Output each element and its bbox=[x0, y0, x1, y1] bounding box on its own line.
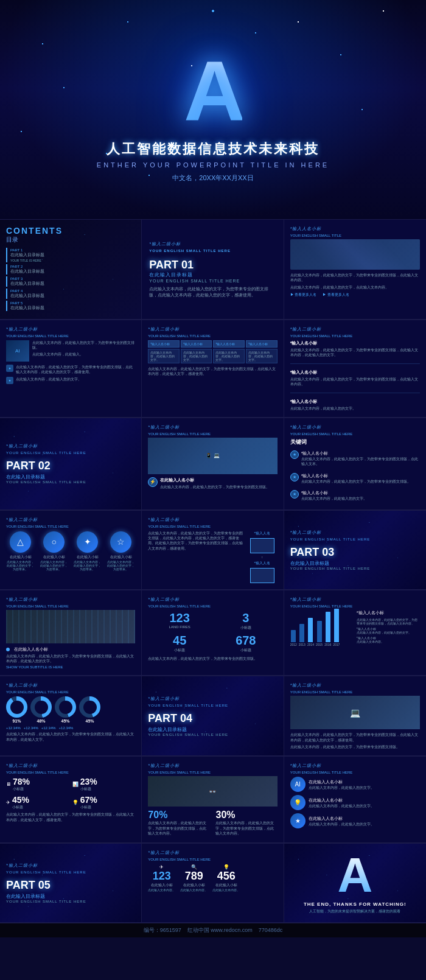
part01-cell: *输入二级小标 YOUR ENGLISH SMALL TITLE HERE PA… bbox=[142, 220, 284, 320]
info-cell-3: *输入二级小标 YOUR ENGLISH SMALL TITLE HERE *输… bbox=[284, 320, 426, 418]
contents-title: CONTENTS bbox=[6, 226, 135, 236]
part01-desc: 点此输入文本内容，此处输入您的文字，为您带来专业的图文排版，点此输入文本内容，此… bbox=[149, 286, 276, 298]
hero-title-cn: 人工智能数据信息技术未来科技 bbox=[106, 140, 320, 158]
slide-row-7: *输入二级小标 YOUR ENGLISH SMALL TITLE HERE 91… bbox=[0, 676, 426, 756]
end-cell: A THE END, THANKS FOR WATCHING! 人工智能，为您的… bbox=[284, 844, 426, 923]
diagram-tag: *输入二级小标 bbox=[148, 517, 277, 523]
slide-row-4: *输入二级小标 YOUR ENGLISH SMALL TITLE HERE PA… bbox=[0, 418, 426, 510]
contents-item-4: PART 4 在此输入目录标题 bbox=[6, 289, 135, 299]
progress-cell: *输入二级小标 YOUR ENGLISH SMALL TITLE HERE 91… bbox=[0, 676, 142, 756]
part03-cell: *输入二级小标 YOUR ENGLISH SMALL TITLE HERE PA… bbox=[284, 511, 426, 590]
part04-label: PART 04 bbox=[148, 712, 277, 725]
tech-photo-tag: *输入二级小标 bbox=[148, 424, 277, 430]
slide-row-5: *输入二级小标 YOUR ENGLISH SMALL TITLE HERE △ … bbox=[0, 510, 426, 590]
footer-site: 红动中国 www.redocn.com bbox=[187, 926, 253, 934]
icons-tag: *输入二级小标 bbox=[6, 517, 135, 523]
slide-row-6: *输入二级小标 YOUR ENGLISH SMALL TITLE HERE 在此… bbox=[0, 590, 426, 676]
info-cell-2: *输入二级小标 YOUR ENGLISH SMALL TITLE HERE *输… bbox=[142, 320, 284, 418]
tech-photo: 📱 💻 bbox=[148, 438, 277, 474]
contents-cn: 目录 bbox=[6, 236, 135, 244]
keywords-title: 关键词 bbox=[290, 438, 420, 446]
icons-cell: *输入二级小标 YOUR ENGLISH SMALL TITLE HERE △ … bbox=[0, 511, 142, 590]
hero-subtitle: 中文名，20XX年XX月XX日 bbox=[172, 173, 253, 183]
part01-label: PART 01 bbox=[149, 259, 276, 271]
diagram-cell: *输入二级小标 YOUR ENGLISH SMALL TITLE HERE 点此… bbox=[142, 511, 284, 590]
intro-photo-cell: *输入人名小标 YOUR ENGLISH SMALL TITLE 点此输入文本内… bbox=[284, 220, 426, 320]
part03-tag: *输入二级小标 bbox=[290, 530, 420, 536]
contents-item-1: PART 1 在此输入目录标题 YOUR TITLE IS HERE bbox=[6, 248, 135, 262]
part01-subtitle: 在此输入目录标题 bbox=[149, 271, 276, 278]
footer-bar: 编号：9651597 红动中国 www.redocn.com 770486dc bbox=[0, 923, 426, 937]
stat-3: 45 bbox=[148, 634, 211, 648]
contents-item-2: PART 2 在此输入目录标题 bbox=[6, 264, 135, 275]
pct-icons-cell: *输入二级小标 YOUR ENGLISH SMALL TITLE HERE 🖥 … bbox=[0, 757, 142, 842]
keywords-cell: *输入二级小标 YOUR ENGLISH SMALL TITLE HERE 关键… bbox=[284, 418, 426, 510]
part02-tag: *输入二级小标 bbox=[6, 443, 135, 449]
building-tag: *输入二级小标 bbox=[6, 597, 135, 603]
part02-label: PART 02 bbox=[6, 460, 135, 472]
blue-circles-cell: *输入二级小标 YOUR ENGLISH SMALL TITLE HERE AI… bbox=[284, 757, 426, 842]
laptop-photo: 💻 bbox=[290, 696, 420, 729]
slide-row-3: *输入二级小标 YOUR ENGLISH SMALL TITLE HERE AI… bbox=[0, 320, 426, 418]
intro-photo-tag: *输入人名小标 bbox=[290, 226, 420, 232]
part03-label: PART 03 bbox=[290, 546, 420, 559]
slide-hero: A 人工智能数据信息技术未来科技 ENTHER YOUR POWERPOINT … bbox=[0, 0, 426, 219]
contents-cell: CONTENTS 目录 PART 1 在此输入目录标题 YOUR TITLE I… bbox=[0, 220, 142, 320]
hero-letter-a: A bbox=[184, 49, 242, 134]
laptop-cell: *输入二级小标 YOUR ENGLISH SMALL TITLE HERE 💻 … bbox=[284, 676, 426, 756]
stats-tag: *输入二级小标 bbox=[148, 597, 277, 603]
info-tag-3: *输入二级小标 bbox=[290, 326, 420, 332]
intro-photo-text: 点此输入文本内容，此处输入您的文字，为您带来专业的图文排版，点此输入文本内容。 bbox=[290, 273, 420, 283]
donut-3 bbox=[55, 696, 76, 718]
footer-id: 770486dc bbox=[259, 927, 283, 933]
part05-label: PART 05 bbox=[6, 879, 135, 892]
info-tag-2: *输入二级小标 bbox=[148, 326, 277, 332]
end-desc: 人工智能，为您的未来提供智慧解决方案，感谢您的观看 bbox=[304, 909, 407, 914]
part05-cell: *输入二级小标 YOUR ENGLISH SMALL TITLE HERE PA… bbox=[0, 844, 142, 923]
pct-icons-tag: *输入二级小标 bbox=[6, 763, 135, 769]
chart-cell: *输入二级小标 YOUR ENGLISH SMALL TITLE HERE 20… bbox=[284, 590, 426, 676]
progress-tag: *输入二级小标 bbox=[6, 682, 135, 688]
pct-photo-tag: *输入二级小标 bbox=[148, 763, 277, 769]
info-tag-1: *输入二级小标 bbox=[6, 326, 135, 332]
bar-chart: 2012 2013 2014 2015 2016 bbox=[290, 613, 354, 646]
stat-4: 678 bbox=[214, 634, 278, 648]
footer-code: 编号：9651597 bbox=[144, 926, 181, 934]
slide-row-9: *输入二级小标 YOUR ENGLISH SMALL TITLE HERE PA… bbox=[0, 843, 426, 923]
pct-photo-cell: *输入二级小标 YOUR ENGLISH SMALL TITLE HERE 👓 … bbox=[142, 757, 284, 842]
stats-cell: *输入二级小标 YOUR ENGLISH SMALL TITLE HERE 12… bbox=[142, 590, 284, 676]
glasses-photo: 👓 bbox=[148, 776, 277, 807]
stat-1: 123 bbox=[148, 611, 211, 625]
stats-bottom-tag: *输入二级小标 bbox=[148, 850, 277, 856]
slide-row-8: *输入二级小标 YOUR ENGLISH SMALL TITLE HERE 🖥 … bbox=[0, 756, 426, 842]
blue-circles-tag: *输入二级小标 bbox=[290, 763, 420, 769]
part02-cell: *输入二级小标 YOUR ENGLISH SMALL TITLE HERE PA… bbox=[0, 418, 142, 510]
chart-tag: *输入二级小标 bbox=[290, 597, 420, 603]
slide-row-2: CONTENTS 目录 PART 1 在此输入目录标题 YOUR TITLE I… bbox=[0, 219, 426, 320]
part05-tag: *输入二级小标 bbox=[6, 863, 135, 869]
part01-en-tag: YOUR ENGLISH SMALL TITLE HERE bbox=[149, 249, 276, 253]
intro-photo bbox=[290, 239, 420, 270]
tech-photo-cell: *输入二级小标 YOUR ENGLISH SMALL TITLE HERE 📱 … bbox=[142, 418, 284, 510]
info-table: *输入人名小标 *输入人名小标 *输入人名小标 *输入人名小标 点此输入文本内容… bbox=[148, 340, 277, 363]
keywords-tag: *输入二级小标 bbox=[290, 424, 420, 430]
part01-tag: *输入二级小标 bbox=[149, 241, 276, 247]
donut-2 bbox=[30, 696, 52, 718]
hero-title-en: ENTHER YOUR POWERPOINT TITLE IN HERE bbox=[97, 161, 329, 169]
laptop-tag: *输入二级小标 bbox=[290, 682, 420, 688]
stats-bottom-cell: *输入二级小标 YOUR ENGLISH SMALL TITLE HERE ✈ … bbox=[142, 844, 284, 923]
intro-photo-text2: 点此输入文本内容，此处输入您的文字，点此输入文本内容。 bbox=[290, 285, 420, 290]
end-letter-a: A bbox=[304, 851, 407, 900]
stat-2: 3 bbox=[214, 611, 278, 625]
info-cell-1: *输入二级小标 YOUR ENGLISH SMALL TITLE HERE AI… bbox=[0, 320, 142, 418]
part04-cell: *输入二级小标 YOUR ENGLISH SMALL TITLE HERE PA… bbox=[142, 676, 284, 756]
contents-item-5: PART 5 在此输入目录标题 bbox=[6, 301, 135, 311]
donut-1 bbox=[6, 696, 27, 718]
contents-item-3: PART 3 在此输入目录标题 bbox=[6, 276, 135, 287]
building-photo bbox=[6, 610, 135, 643]
donut-4 bbox=[79, 696, 100, 718]
end-thanks: THE END, THANKS FOR WATCHING! bbox=[304, 901, 407, 907]
building-cell: *输入二级小标 YOUR ENGLISH SMALL TITLE HERE 在此… bbox=[0, 590, 142, 676]
part04-tag: *输入二级小标 bbox=[148, 696, 277, 702]
